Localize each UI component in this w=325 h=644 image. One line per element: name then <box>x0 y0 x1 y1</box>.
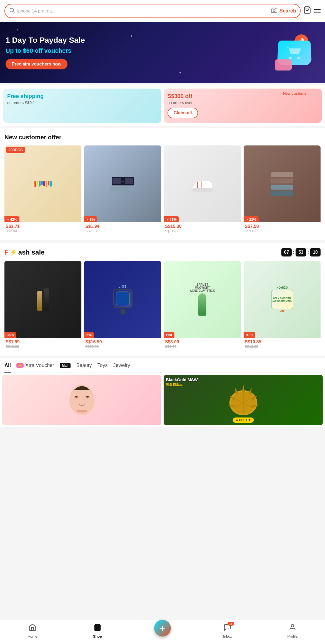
search-bar[interactable]: iphone 14 pro ma... Search <box>4 4 301 18</box>
new-customer-section: New customer offer 200PCS <box>0 128 325 240</box>
tab-toys[interactable]: Toys <box>97 363 108 373</box>
flash-product-2-price: S$16.90 <box>85 339 160 344</box>
best-badge: ★ BEST ★ <box>233 417 254 423</box>
banner-illustration <box>269 30 319 75</box>
timer-hours: 07 <box>281 248 292 256</box>
flash-product-4-badge: 91% <box>244 332 255 338</box>
flash-product-2[interactable]: LIGE 5% S$16.90 S$59.90 <box>84 261 161 350</box>
svg-line-1 <box>13 11 14 13</box>
new-customer-promo-card[interactable]: New customer S$300 off on orders over Cl… <box>164 89 322 123</box>
flash-product-4[interactable]: NOMIEO 3PLY SMOOTH100 Sheet/PACK ×32 91%… <box>244 261 321 350</box>
clay-stick-image: BARUBTMUGWORTACNE CLAY STICK <box>190 283 215 316</box>
svg-marker-18 <box>242 385 245 392</box>
flash-lightning: ⚡ <box>10 249 17 256</box>
new-customer-product-3[interactable]: 51% S$15.30 S$31.22 <box>164 145 241 235</box>
svg-point-0 <box>10 8 14 12</box>
product-image-1: 200PCS 42% <box>4 145 81 222</box>
product-4-badge: 21% <box>244 216 259 222</box>
flash-sale-title: F ⚡ ash sale <box>4 248 44 256</box>
product-3-badge: 51% <box>164 216 179 222</box>
product-image-3: 51% <box>164 145 241 222</box>
flash-product-4-price: S$10.85 <box>245 339 319 344</box>
search-input[interactable]: iphone 14 pro ma... <box>17 9 269 14</box>
product-1-info: S$1.71 S$2.94 <box>4 222 81 235</box>
flash-sale-text: ash sale <box>18 248 45 256</box>
promo-discount-desc: on orders over <box>168 100 318 105</box>
banner-cta-button[interactable]: Preclaim vouchers now <box>6 59 68 69</box>
header: iphone 14 pro ma... Search <box>0 0 325 22</box>
flash-product-2-badge: 5% <box>84 332 94 338</box>
menu-button[interactable] <box>314 9 321 13</box>
tab-all[interactable]: All <box>4 363 11 373</box>
product-1-badge: 42% <box>4 216 19 222</box>
bottom-product-grid: BlackGold MSW 黑金猫山王 ★ BEST ★ <box>0 373 325 427</box>
flash-product-1-price: S$1.99 <box>6 339 80 344</box>
flash-product-4-original: S$13.90 <box>245 344 319 349</box>
flash-product-2-info: S$16.90 S$59.90 <box>84 338 161 350</box>
flash-product-2-original: S$59.90 <box>85 344 160 349</box>
timer-sep-1: : <box>293 250 294 255</box>
product-3-original: S$31.22 <box>165 229 240 233</box>
bottom-product-1[interactable] <box>2 375 161 425</box>
banner-title: 1 Day To Payday Sale <box>6 36 269 45</box>
product-1-price: S$1.71 <box>6 224 80 229</box>
tab-beauty[interactable]: Beauty <box>76 363 92 373</box>
svg-point-13 <box>75 396 78 398</box>
claim-all-button[interactable]: Claim all <box>168 108 198 118</box>
flash-product-3-original: S$5.72 <box>165 344 240 349</box>
new-customer-product-2[interactable]: 8% S$1.94 S$2.10 <box>84 145 161 235</box>
bottom-product-2[interactable]: BlackGold MSW 黑金猫山王 ★ BEST ★ <box>164 375 323 425</box>
free-shipping-desc: on orders S$0.1+ <box>7 100 158 105</box>
tab-xtra-voucher[interactable]: 🎫 Xtra Voucher <box>16 363 54 373</box>
trimmer-image <box>37 288 49 311</box>
flash-product-image-2: LIGE 5% <box>84 261 161 338</box>
mall-badge: Mall <box>60 363 71 368</box>
flash-sale-timer: 07 : 53 : 10 <box>281 248 321 256</box>
cart-button[interactable] <box>303 6 311 16</box>
clay-stick-shape <box>198 293 206 316</box>
confetti-image <box>33 180 53 188</box>
watch-face <box>116 291 130 305</box>
timer-seconds: 10 <box>310 248 321 256</box>
flash-product-1-original: S$10.80 <box>6 344 80 349</box>
svg-point-15 <box>76 410 88 412</box>
free-shipping-card[interactable]: Free shipping on orders S$0.1+ <box>3 89 161 123</box>
flash-product-image-1: 35% <box>4 261 81 338</box>
product-2-price: S$1.94 <box>85 224 160 229</box>
trimmer-dark <box>44 288 49 311</box>
durian-image-wrap: BlackGold MSW 黑金猫山王 ★ BEST ★ <box>164 375 323 425</box>
svg-point-4 <box>289 57 292 59</box>
flash-product-3[interactable]: BARUBTMUGWORTACNE CLAY STICK Hot S$3.00 … <box>164 261 241 350</box>
tissue-shape: 3PLY SMOOTH100 Sheet/PACK <box>271 290 293 309</box>
camera-icon[interactable] <box>271 7 277 15</box>
skate-illustration <box>275 59 292 71</box>
new-customer-product-grid: 200PCS 42% S$1.71 S$2.94 <box>4 145 321 235</box>
watch-image: LIGE <box>113 285 132 314</box>
flash-product-1[interactable]: 35% S$1.99 S$10.80 <box>4 261 81 350</box>
new-customer-product-1[interactable]: 200PCS 42% S$1.71 S$2.94 <box>4 145 81 235</box>
svg-point-14 <box>86 396 89 398</box>
new-customer-product-4[interactable]: 21% S$7.58 S$9.63 <box>244 145 321 235</box>
flash-product-1-badge: 35% <box>4 332 16 338</box>
new-customer-label: New customer <box>283 91 308 95</box>
product-image-4: 21% <box>244 145 321 222</box>
product-1-original: S$2.94 <box>6 229 80 233</box>
product-2-badge: 8% <box>84 216 97 222</box>
durian-chinese: 黑金猫山王 <box>166 382 198 387</box>
sunglasses-image <box>108 175 138 193</box>
product-1-pcs-label: 200PCS <box>6 147 25 153</box>
timer-sep-2: : <box>307 250 309 255</box>
face-image <box>65 381 99 419</box>
shoes-image <box>190 174 215 194</box>
search-button[interactable]: Search <box>279 8 296 14</box>
flash-product-3-badge: Hot <box>164 332 174 338</box>
new-customer-section-title: New customer offer <box>4 134 321 141</box>
promo-banner[interactable]: ✦ ✦ · ✦ · 1 Day To Payday Sale Up to $60… <box>0 22 325 83</box>
product-4-info: S$7.58 S$9.63 <box>244 222 321 235</box>
tab-jewelry[interactable]: Jewelry <box>113 363 130 373</box>
flash-sale-product-grid: 35% S$1.99 S$10.80 LIGE <box>4 261 321 350</box>
trimmer-gold <box>37 291 42 311</box>
tab-jewelry-label: Jewelry <box>113 363 130 368</box>
tab-mall[interactable]: Mall <box>60 363 71 373</box>
sunglasses-box <box>110 187 135 191</box>
